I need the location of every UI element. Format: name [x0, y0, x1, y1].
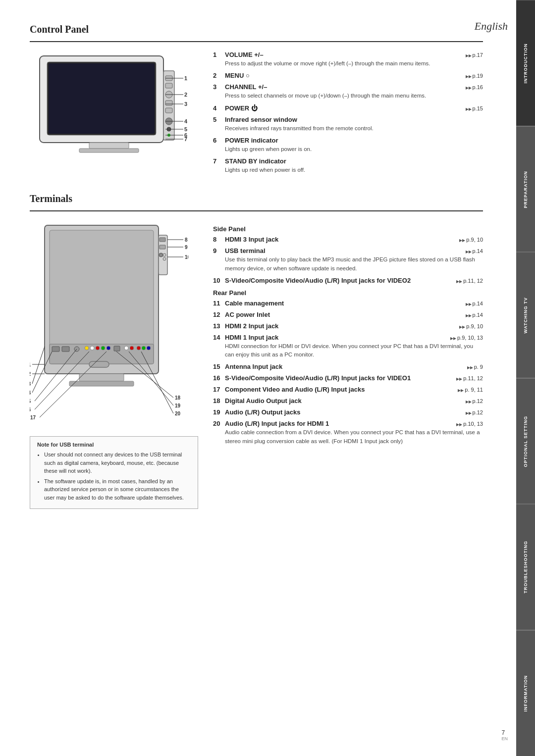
- svg-point-52: [147, 346, 151, 350]
- svg-point-44: [96, 346, 100, 350]
- svg-rect-40: [62, 347, 69, 352]
- terminals-title: Terminals: [30, 193, 483, 204]
- svg-point-45: [101, 346, 105, 350]
- item-1: 1 VOLUME +/– p.17 Press to adjust the vo…: [213, 51, 483, 68]
- note-title: Note for USB terminal: [37, 442, 191, 448]
- svg-text:16: 16: [30, 407, 31, 412]
- svg-text:8: 8: [185, 237, 188, 243]
- item-3: 3 CHANNEL +/– p.16 Press to select chann…: [213, 83, 483, 100]
- tab-preparation[interactable]: PREPARATION: [516, 126, 535, 252]
- item-8: 8 HDMI 3 Input jack p.9, 10: [213, 236, 483, 243]
- terminals-section: Terminals: [30, 193, 483, 509]
- control-panel-diagram-col: 1 2 3 4 5: [30, 51, 198, 178]
- svg-text:10: 10: [185, 254, 188, 260]
- svg-point-46: [107, 346, 110, 350]
- svg-text:11: 11: [30, 362, 31, 367]
- svg-text:2: 2: [184, 92, 187, 98]
- item-11: 11 Cable management p.14: [213, 300, 483, 307]
- svg-text:1: 1: [184, 75, 187, 81]
- svg-text:18: 18: [175, 395, 181, 401]
- side-panel-label: Side Panel: [213, 225, 483, 233]
- svg-point-42: [85, 346, 89, 350]
- svg-line-58: [32, 347, 45, 384]
- main-content: Control Panel: [30, 24, 483, 509]
- control-panel-list: 1 VOLUME +/– p.17 Press to adjust the vo…: [213, 51, 483, 174]
- svg-text:13: 13: [30, 381, 31, 387]
- svg-text:20: 20: [175, 411, 181, 416]
- svg-rect-30: [79, 374, 124, 381]
- svg-rect-53: [89, 361, 109, 367]
- svg-point-49: [130, 346, 134, 350]
- svg-point-43: [90, 346, 94, 350]
- item-14: 14 HDMI 1 Input jack p.9, 10, 13 HDMI co…: [213, 334, 483, 359]
- note-item-2: The software update is, in most cases, h…: [44, 477, 191, 502]
- tab-watching-tv[interactable]: WATCHING TV: [516, 252, 535, 378]
- rear-panel-label: Rear Panel: [213, 289, 483, 297]
- item-2: 2 MENU ○ p.19: [213, 72, 483, 79]
- terminals-diagram-col: 11 12 13 14 15: [30, 220, 198, 509]
- control-panel-title: Control Panel: [30, 24, 483, 35]
- page-container: INTRODUCTION PREPARATION WATCHING TV OPT…: [0, 0, 535, 756]
- item-20: 20 Audio (L/R) Input jacks for HDMI 1 p.…: [213, 420, 483, 446]
- terminals-items: Side Panel 8 HDMI 3 Input jack p.9, 10: [213, 220, 483, 509]
- svg-point-37: [163, 257, 166, 260]
- item-16: 16 S-Video/Composite Video/Audio (L/R) I…: [213, 374, 483, 382]
- item-12: 12 AC power Inlet p.14: [213, 311, 483, 318]
- svg-point-50: [137, 346, 141, 350]
- svg-rect-4: [79, 149, 139, 152]
- control-panel-layout: 1 2 3 4 5: [30, 51, 483, 178]
- item-17: 17 Component Video and Audio (L/R) Input…: [213, 386, 483, 393]
- item-6: 6 POWER indicator Lights up green when p…: [213, 137, 483, 153]
- note-box: Note for USB terminal User should not co…: [30, 436, 198, 509]
- svg-text:17: 17: [30, 415, 36, 420]
- control-panel-items: 1 VOLUME +/– p.17 Press to adjust the vo…: [213, 51, 483, 178]
- svg-text:3: 3: [184, 101, 187, 107]
- page-number: 7 EN: [501, 729, 508, 741]
- svg-text:19: 19: [175, 403, 181, 408]
- svg-rect-47: [114, 346, 120, 351]
- terminals-diagram: 11 12 13 14 15: [30, 220, 188, 428]
- sidebar-tabs: INTRODUCTION PREPARATION WATCHING TV OPT…: [516, 0, 535, 756]
- tab-optional-setting[interactable]: OPTIONAL SETTING: [516, 378, 535, 504]
- terminals-list: 8 HDMI 3 Input jack p.9, 10 9 USB termin…: [213, 236, 483, 446]
- svg-rect-3: [89, 143, 129, 149]
- language-label: English: [475, 20, 508, 33]
- item-9: 9 USB terminal p.14 Use this terminal on…: [213, 247, 483, 273]
- svg-rect-39: [52, 347, 59, 352]
- svg-text:9: 9: [185, 245, 188, 250]
- svg-rect-31: [69, 381, 134, 386]
- tv-diagram: 1 2 3 4 5: [30, 51, 188, 170]
- svg-rect-9: [165, 101, 172, 105]
- svg-rect-10: [165, 108, 172, 113]
- svg-text:4: 4: [184, 118, 188, 124]
- svg-point-48: [124, 346, 128, 350]
- item-18: 18 Digital Audio Output jack p.12: [213, 397, 483, 404]
- item-15: 15 Antenna Input jack p. 9: [213, 363, 483, 370]
- item-19: 19 Audio (L/R) Output jacks p.12: [213, 408, 483, 416]
- item-10: 10 S-Video/Composite Video/Audio (L/R) I…: [213, 277, 483, 284]
- item-5: 5 Infrared sensor window Receives infrar…: [213, 116, 483, 133]
- svg-text:15: 15: [30, 399, 31, 404]
- svg-point-35: [159, 253, 163, 257]
- item-7: 7 STAND BY indicator Lights up red when …: [213, 157, 483, 174]
- svg-point-36: [163, 253, 166, 256]
- svg-rect-34: [160, 245, 165, 249]
- tab-troubleshooting[interactable]: TROUBLESHOOTING: [516, 504, 535, 630]
- tab-information[interactable]: INFORMATION: [516, 630, 535, 756]
- tab-introduction[interactable]: INTRODUCTION: [516, 0, 535, 126]
- note-item-1: User should not connect any devices to t…: [44, 451, 191, 475]
- svg-text:14: 14: [30, 390, 31, 396]
- terminals-divider: [30, 210, 483, 211]
- svg-rect-2: [49, 63, 155, 134]
- svg-rect-33: [160, 238, 165, 242]
- terminals-layout: 11 12 13 14 15: [30, 220, 483, 509]
- svg-text:7: 7: [184, 136, 187, 142]
- svg-rect-7: [165, 83, 172, 88]
- svg-point-51: [142, 346, 146, 350]
- control-panel-divider: [30, 41, 483, 42]
- svg-text:12: 12: [30, 371, 31, 377]
- item-13: 13 HDMI 2 Input jack p.9, 10: [213, 322, 483, 330]
- svg-text:5: 5: [184, 126, 187, 132]
- control-panel-section: Control Panel: [30, 24, 483, 178]
- item-4: 4 POWER ⏻ p.15: [213, 104, 483, 112]
